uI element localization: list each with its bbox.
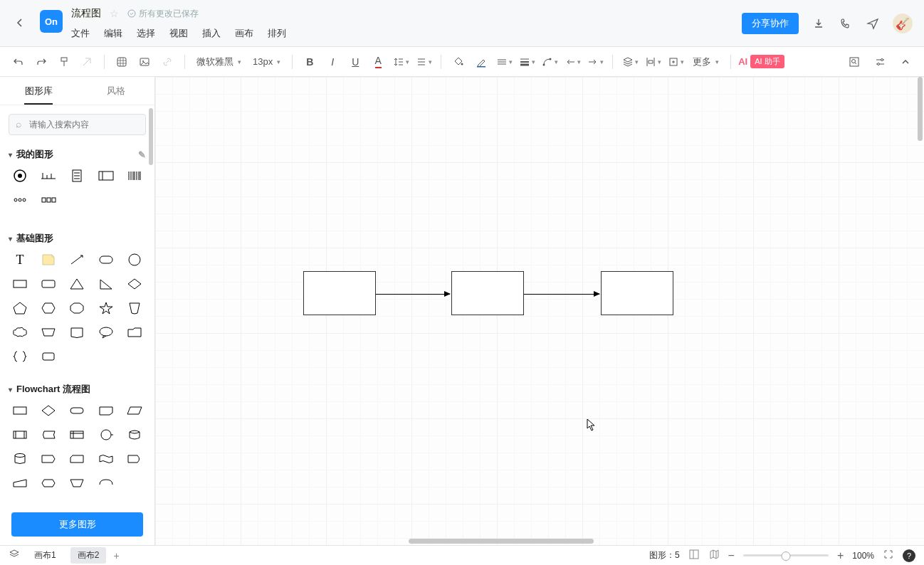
line-height-button[interactable]: ▾: [391, 52, 411, 72]
shape-round-rect2[interactable]: [37, 275, 60, 293]
shape-fc-predefined[interactable]: [9, 426, 31, 444]
fullscreen-icon[interactable]: [883, 549, 894, 562]
shape-line[interactable]: [65, 250, 88, 269]
shape-fc-connector[interactable]: [95, 426, 117, 444]
shape-triangle[interactable]: [65, 275, 88, 293]
my-shapes-header[interactable]: ▾我的图形 ✎: [9, 148, 146, 161]
shape-fc-process[interactable]: [9, 401, 31, 420]
fill-pattern-button[interactable]: [112, 52, 132, 72]
shape-hexagon[interactable]: [37, 299, 60, 317]
shape-fc-data[interactable]: [123, 401, 146, 420]
edit-icon[interactable]: ✎: [138, 149, 146, 160]
shape-octagon[interactable]: [65, 299, 88, 317]
back-button[interactable]: [11, 14, 28, 31]
undo-button[interactable]: [9, 52, 28, 72]
menu-view[interactable]: 视图: [169, 27, 188, 40]
favorite-icon[interactable]: ☆: [110, 8, 119, 19]
underline-button[interactable]: U: [345, 52, 365, 72]
flow-arrow-1[interactable]: [376, 294, 450, 295]
menu-arrange[interactable]: 排列: [268, 27, 286, 40]
shape-fc-terminator[interactable]: [65, 401, 88, 420]
send-icon[interactable]: [866, 16, 880, 31]
flowchart-shapes-header[interactable]: ▾Flowchart 流程图: [9, 383, 146, 396]
ai-assistant-button[interactable]: AI AI 助手: [738, 55, 784, 68]
shape-fc-cylinder[interactable]: [9, 450, 31, 468]
shape-table[interactable]: [95, 167, 117, 185]
group-button[interactable]: ▾: [666, 52, 686, 72]
layer-button[interactable]: ▾: [620, 52, 640, 72]
canvas-vertical-scrollbar[interactable]: [918, 77, 923, 141]
shape-shield[interactable]: [123, 299, 146, 317]
shape-trapezoid[interactable]: [37, 323, 60, 342]
shape-target[interactable]: [9, 167, 31, 185]
more-shapes-button[interactable]: 更多图形: [11, 512, 143, 537]
share-button[interactable]: 分享协作: [742, 13, 799, 34]
help-icon[interactable]: ?: [903, 549, 915, 562]
fill-color-button[interactable]: [448, 52, 468, 72]
shape-text[interactable]: T: [9, 250, 31, 269]
shape-chain[interactable]: [9, 191, 31, 209]
menu-insert[interactable]: 插入: [202, 27, 221, 40]
shape-timeline[interactable]: [37, 167, 60, 185]
border-color-button[interactable]: [471, 52, 491, 72]
shape-boxes[interactable]: [37, 191, 60, 209]
italic-button[interactable]: I: [322, 52, 342, 72]
shape-rounded-rect[interactable]: [95, 250, 117, 269]
shape-fc-merge[interactable]: [95, 474, 117, 492]
shape-fc-tape[interactable]: [95, 450, 117, 468]
font-size-select[interactable]: 13px▾: [248, 56, 285, 67]
shape-right-triangle[interactable]: [95, 275, 117, 293]
phone-icon[interactable]: [839, 16, 853, 31]
canvas[interactable]: [155, 77, 924, 545]
find-button[interactable]: [844, 52, 864, 72]
zoom-out-button[interactable]: −: [728, 549, 735, 562]
shape-barcode[interactable]: [123, 167, 146, 185]
menu-canvas[interactable]: 画布: [235, 27, 253, 40]
shape-rectangle[interactable]: [9, 275, 31, 293]
insert-image-button[interactable]: [135, 52, 154, 72]
menu-edit[interactable]: 编辑: [104, 27, 122, 40]
font-color-button[interactable]: A: [368, 52, 388, 72]
shape-fc-card[interactable]: [65, 450, 88, 468]
shape-fc-internal[interactable]: [65, 426, 88, 444]
arrow-end-button[interactable]: ▾: [585, 52, 605, 72]
connector-style-button[interactable]: ▾: [540, 52, 560, 72]
shape-fc-database[interactable]: [123, 426, 146, 444]
flow-rectangle-3[interactable]: [601, 271, 673, 315]
map-icon[interactable]: [708, 549, 720, 562]
shape-tab[interactable]: [65, 323, 88, 342]
document-title[interactable]: 流程图: [71, 7, 101, 20]
shape-fc-display[interactable]: [95, 401, 117, 420]
shape-fc-manual-input[interactable]: [9, 474, 31, 492]
border-style-button[interactable]: ▾: [494, 52, 514, 72]
menu-select[interactable]: 选择: [137, 27, 155, 40]
zoom-in-button[interactable]: +: [837, 549, 844, 562]
sidebar-scrollbar[interactable]: [149, 108, 153, 165]
layers-icon[interactable]: [9, 549, 20, 562]
page-tab-1[interactable]: 画布1: [27, 547, 63, 564]
flow-rectangle-1[interactable]: [303, 271, 376, 315]
zoom-slider[interactable]: [743, 554, 829, 556]
arrow-start-button[interactable]: ▾: [562, 52, 582, 72]
shape-circle[interactable]: [123, 250, 146, 269]
shape-speech[interactable]: [95, 323, 117, 342]
shape-fc-delay[interactable]: [123, 450, 146, 468]
shape-braces[interactable]: [9, 347, 31, 366]
shape-fc-decision[interactable]: [37, 401, 60, 420]
font-family-select[interactable]: 微软雅黑▾: [192, 56, 246, 68]
settings-icon[interactable]: [870, 52, 890, 72]
download-icon[interactable]: [812, 16, 826, 31]
align-button[interactable]: ▾: [414, 52, 434, 72]
tab-style[interactable]: 风格: [78, 77, 155, 105]
shape-list[interactable]: [65, 167, 88, 185]
format-painter-button[interactable]: [54, 52, 74, 72]
shape-folder[interactable]: [123, 323, 146, 342]
border-width-button[interactable]: ▾: [517, 52, 537, 72]
shape-pentagon[interactable]: [9, 299, 31, 317]
layout-icon[interactable]: [688, 549, 700, 562]
shape-fc-loop[interactable]: [65, 474, 88, 492]
user-avatar[interactable]: 🎸: [893, 14, 913, 33]
shape-diamond[interactable]: [123, 275, 146, 293]
insert-link-button[interactable]: [157, 52, 177, 72]
flow-rectangle-2[interactable]: [451, 271, 524, 315]
